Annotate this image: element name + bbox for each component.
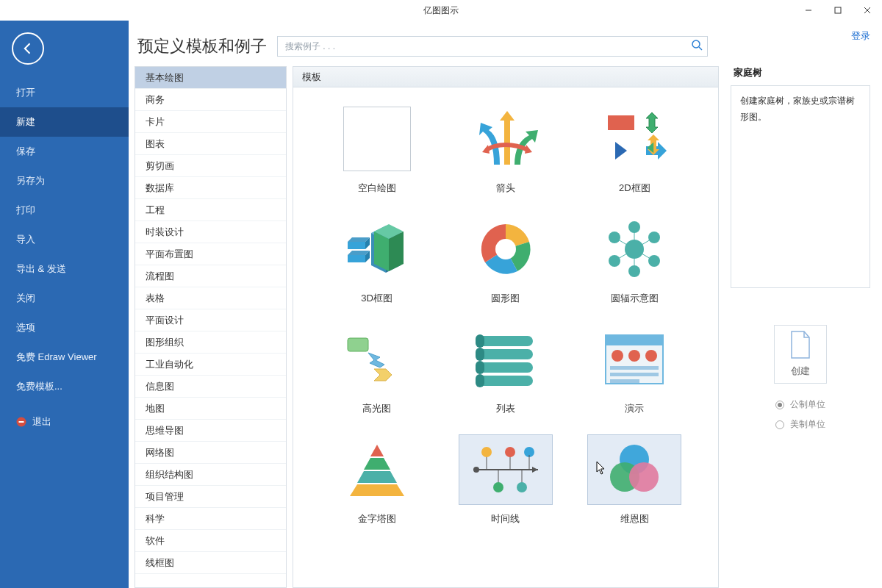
- sidebar-item-6[interactable]: 导出 & 发送: [0, 254, 129, 284]
- category-item[interactable]: 图形组织: [135, 331, 286, 354]
- category-item[interactable]: 线框图: [135, 552, 286, 574]
- category-item[interactable]: 地图: [135, 398, 286, 420]
- svg-rect-44: [478, 362, 533, 373]
- template-label: 列表: [496, 402, 515, 415]
- sidebar-item-5[interactable]: 导入: [0, 225, 129, 254]
- category-item[interactable]: 数据库: [135, 177, 286, 199]
- sidebar-item-0[interactable]: 打开: [0, 78, 129, 107]
- sidebar-item-1[interactable]: 新建: [0, 107, 129, 137]
- template-card[interactable]: 2D框图: [573, 104, 696, 195]
- template-card[interactable]: 圆形图: [444, 214, 567, 305]
- unit-radio-0[interactable]: 公制单位: [775, 398, 825, 411]
- svg-marker-58: [357, 471, 397, 483]
- login-link[interactable]: 登录: [851, 29, 870, 43]
- radio-label: 美制单位: [790, 418, 825, 431]
- svg-rect-53: [610, 366, 659, 370]
- radio-label: 公制单位: [790, 398, 825, 411]
- sidebar-item-9[interactable]: 免费 Edraw Viewer: [0, 343, 129, 372]
- template-thumb-circle: [459, 214, 553, 284]
- sidebar-item-7[interactable]: 关闭: [0, 284, 129, 313]
- category-item[interactable]: 工业自动化: [135, 354, 286, 376]
- svg-point-50: [612, 350, 623, 362]
- document-icon: [789, 331, 811, 359]
- svg-marker-57: [364, 458, 390, 470]
- sidebar-item-3[interactable]: 另存为: [0, 166, 129, 196]
- template-card[interactable]: 3D框图: [315, 214, 438, 305]
- category-item[interactable]: 商务: [135, 89, 286, 111]
- svg-point-61: [473, 467, 479, 473]
- search-input[interactable]: [285, 41, 691, 51]
- svg-marker-11: [646, 112, 658, 133]
- title-bar: 亿图图示: [0, 0, 882, 21]
- svg-point-34: [628, 265, 640, 277]
- category-item[interactable]: 科学: [135, 508, 286, 530]
- category-item[interactable]: 工程: [135, 199, 286, 221]
- template-thumb-blank: [330, 104, 424, 174]
- category-item[interactable]: 网络图: [135, 442, 286, 464]
- svg-point-36: [648, 232, 660, 243]
- category-item[interactable]: 表格: [135, 287, 286, 309]
- svg-point-75: [629, 462, 659, 492]
- unit-radio-1[interactable]: 美制单位: [775, 418, 825, 431]
- close-button[interactable]: [853, 0, 882, 21]
- sidebar-item-8[interactable]: 选项: [0, 313, 129, 343]
- svg-marker-56: [370, 445, 384, 456]
- category-item[interactable]: 时装设计: [135, 221, 286, 243]
- back-button[interactable]: [12, 32, 44, 65]
- template-label: 高光图: [362, 402, 391, 415]
- svg-rect-39: [348, 338, 368, 351]
- sidebar-item-10[interactable]: 免费模板...: [0, 372, 129, 401]
- templates-header: 模板: [293, 67, 718, 87]
- template-thumb-arrows: [459, 104, 553, 174]
- svg-rect-54: [610, 373, 659, 376]
- template-label: 3D框图: [361, 292, 392, 305]
- category-item[interactable]: 信息图: [135, 376, 286, 398]
- category-item[interactable]: 思维导图: [135, 420, 286, 442]
- template-thumb-3dblock: [330, 214, 424, 284]
- svg-marker-62: [532, 467, 538, 473]
- template-card[interactable]: 箭头: [444, 104, 567, 195]
- category-item[interactable]: 组织结构图: [135, 464, 286, 486]
- svg-point-68: [505, 447, 515, 457]
- category-item[interactable]: 项目管理: [135, 486, 286, 508]
- svg-rect-1: [835, 7, 841, 13]
- right-panel: 家庭树 创建家庭树，家族史或宗谱树形图。 创建 公制单位美制单位: [725, 66, 876, 588]
- app-title: 亿图图示: [423, 4, 459, 17]
- create-button[interactable]: 创建: [774, 325, 827, 384]
- template-label: 圆辐示意图: [611, 292, 659, 305]
- template-card[interactable]: 维恩图: [573, 434, 696, 526]
- category-item[interactable]: 基本绘图: [135, 67, 286, 89]
- sidebar-item-exit[interactable]: 退出: [0, 407, 129, 437]
- category-item[interactable]: 剪切画: [135, 155, 286, 177]
- template-card[interactable]: 时间线: [444, 434, 567, 526]
- svg-rect-46: [478, 376, 533, 386]
- template-card[interactable]: 金字塔图: [315, 434, 438, 526]
- svg-point-37: [609, 255, 620, 267]
- template-card[interactable]: 高光图: [315, 324, 438, 415]
- svg-rect-42: [478, 349, 533, 359]
- template-card[interactable]: 演示: [573, 324, 696, 415]
- search-box[interactable]: [277, 36, 708, 57]
- maximize-button[interactable]: [823, 0, 853, 21]
- svg-rect-43: [476, 348, 484, 361]
- category-item[interactable]: 卡片: [135, 111, 286, 133]
- sidebar-item-4[interactable]: 打印: [0, 196, 129, 225]
- category-item[interactable]: 平面布置图: [135, 243, 286, 265]
- svg-point-6: [692, 40, 700, 48]
- template-thumb-list: [459, 324, 553, 395]
- template-card[interactable]: 空白绘图: [315, 104, 438, 195]
- template-card[interactable]: 列表: [444, 324, 567, 415]
- search-icon[interactable]: [691, 39, 703, 54]
- category-item[interactable]: 软件: [135, 530, 286, 552]
- minimize-button[interactable]: [794, 0, 823, 21]
- category-item[interactable]: 图表: [135, 133, 286, 155]
- category-item[interactable]: 平面设计: [135, 309, 286, 331]
- svg-rect-45: [476, 361, 484, 374]
- template-card[interactable]: 圆辐示意图: [573, 214, 696, 305]
- category-item[interactable]: 流程图: [135, 265, 286, 287]
- create-label: 创建: [791, 365, 810, 378]
- svg-point-52: [645, 350, 657, 362]
- template-thumb-pyramid: [330, 434, 424, 505]
- sidebar-item-2[interactable]: 保存: [0, 137, 129, 166]
- svg-marker-10: [615, 142, 627, 159]
